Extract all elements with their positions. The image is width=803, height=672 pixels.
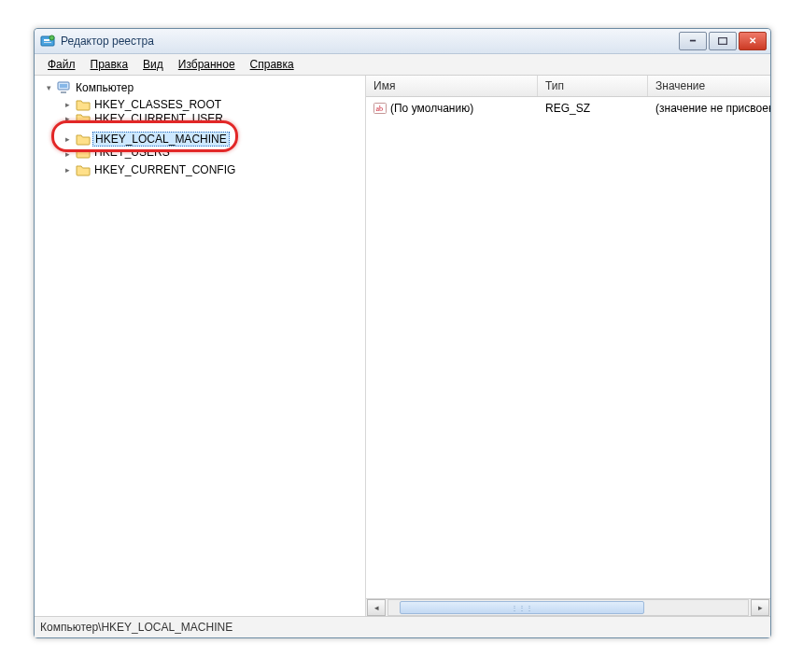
close-button[interactable]: ✕ <box>739 32 767 50</box>
folder-icon <box>76 133 91 146</box>
title-bar[interactable]: Редактор реестра ━ ✕ <box>35 29 770 54</box>
folder-icon <box>76 98 91 111</box>
scroll-right-button[interactable]: ▸ <box>751 599 769 616</box>
scroll-left-button[interactable]: ◂ <box>367 599 386 616</box>
menu-bar: Файл Правка Вид Избранное Справка <box>35 54 770 76</box>
expand-icon[interactable]: ▸ <box>63 114 72 123</box>
column-header-name[interactable]: Имя <box>366 76 538 96</box>
svg-rect-7 <box>61 91 66 93</box>
svg-rect-6 <box>60 84 67 88</box>
tree-root-label: Компьютер <box>76 81 134 94</box>
values-list[interactable]: ab (По умолчанию) REG_SZ (значение не пр… <box>366 97 770 598</box>
menu-file[interactable]: Файл <box>40 56 83 73</box>
value-type: REG_SZ <box>538 102 648 115</box>
value-data: (значение не присвоено) <box>648 102 770 115</box>
menu-favorites[interactable]: Избранное <box>171 56 243 73</box>
status-bar: Компьютер\HKEY_LOCAL_MACHINE <box>35 616 770 637</box>
minimize-button[interactable]: ━ <box>679 32 707 50</box>
expand-icon[interactable]: ▸ <box>63 150 72 159</box>
window-buttons: ━ ✕ <box>679 32 767 50</box>
regedit-window: Редактор реестра ━ ✕ Файл Правка Вид Изб… <box>34 28 771 638</box>
column-header-value[interactable]: Значение <box>648 76 770 96</box>
value-row[interactable]: ab (По умолчанию) REG_SZ (значение не пр… <box>366 97 770 118</box>
expand-icon[interactable]: ▸ <box>63 165 72 175</box>
menu-help[interactable]: Справка <box>243 56 302 73</box>
svg-text:ab: ab <box>376 105 384 113</box>
status-path: Компьютер\HKEY_LOCAL_MACHINE <box>40 621 232 634</box>
folder-icon <box>76 114 91 123</box>
horizontal-scrollbar[interactable]: ◂ ⋮⋮⋮ ▸ <box>366 598 770 616</box>
expand-icon[interactable]: ▸ <box>63 100 72 109</box>
tree-item-label: HKEY_CURRENT_CONFIG <box>94 163 235 176</box>
svg-rect-2 <box>44 42 51 43</box>
tree-item-label: HKEY_USERS <box>94 150 170 159</box>
svg-rect-4 <box>719 38 727 45</box>
computer-icon <box>57 81 72 94</box>
expand-icon[interactable]: ▸ <box>63 134 72 144</box>
window-title: Редактор реестра <box>61 35 679 48</box>
regedit-icon <box>40 34 55 49</box>
tree-item-hku[interactable]: ▸ HKEY_USERS <box>63 150 296 159</box>
values-header: Имя Тип Значение <box>366 76 770 97</box>
tree-item-hkcu[interactable]: ▸ HKEY_CURRENT_USER <box>63 114 296 123</box>
tree-item-hklm[interactable]: ▸ HKEY_LOCAL_MACHINE <box>35 131 365 147</box>
client-area: ▾ Компьютер ▸ HKEY_CLASSES_ROOT <box>35 76 770 616</box>
svg-rect-1 <box>44 39 49 41</box>
tree-item-hkcr[interactable]: ▸ HKEY_CLASSES_ROOT <box>35 96 365 113</box>
tree-panel[interactable]: ▾ Компьютер ▸ HKEY_CLASSES_ROOT <box>35 76 366 616</box>
menu-edit[interactable]: Правка <box>83 56 136 73</box>
scroll-track[interactable]: ⋮⋮⋮ <box>387 599 749 616</box>
column-header-type[interactable]: Тип <box>538 76 648 96</box>
tree-item-label: HKEY_CLASSES_ROOT <box>94 98 221 111</box>
tree-item-label: HKEY_CURRENT_USER <box>94 114 223 123</box>
value-name: (По умолчанию) <box>390 102 473 115</box>
collapse-icon[interactable]: ▾ <box>44 83 53 92</box>
folder-icon <box>76 163 91 176</box>
tree-root[interactable]: ▾ Компьютер <box>35 79 365 96</box>
tree-item-hkcc[interactable]: ▸ HKEY_CURRENT_CONFIG <box>35 161 365 178</box>
scroll-thumb[interactable]: ⋮⋮⋮ <box>400 601 644 614</box>
svg-point-3 <box>49 35 54 40</box>
tree-item-label: HKEY_LOCAL_MACHINE <box>92 132 230 147</box>
menu-view[interactable]: Вид <box>135 56 171 73</box>
string-value-icon: ab <box>373 102 387 115</box>
folder-icon <box>76 150 91 159</box>
maximize-button[interactable] <box>709 32 737 50</box>
values-panel: Имя Тип Значение ab (По умолчанию) <box>366 76 770 616</box>
